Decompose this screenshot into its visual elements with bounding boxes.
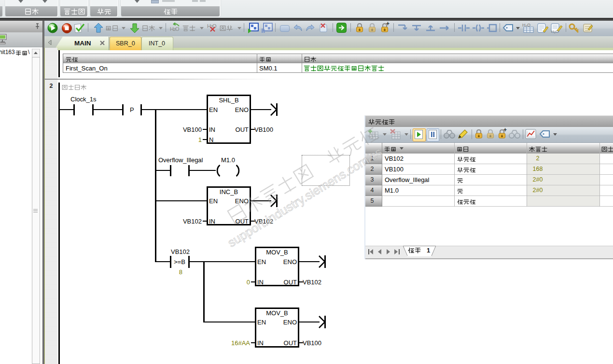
svg-text:H₂O: H₂O bbox=[551, 29, 558, 33]
